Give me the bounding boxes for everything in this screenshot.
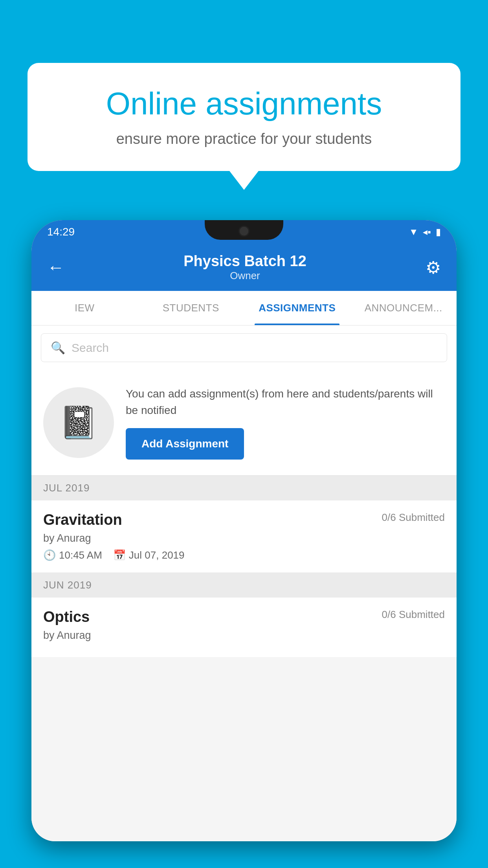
speech-bubble-title: Online assignments: [59, 86, 429, 121]
phone-mockup: 14:29 ▼ ◂▪ ▮ ← Physics Batch 12 Owner ⚙: [31, 220, 457, 841]
assignment-submitted-optics: 0/6 Submitted: [382, 609, 445, 621]
assignment-top-row: Gravitation 0/6 Submitted: [43, 511, 445, 528]
speech-bubble-container: Online assignments ensure more practice …: [28, 63, 460, 171]
speech-bubble: Online assignments ensure more practice …: [28, 63, 460, 171]
signal-icon: ◂▪: [423, 226, 431, 237]
back-button[interactable]: ←: [47, 257, 64, 277]
assignment-date-gravitation: 📅 Jul 07, 2019: [113, 549, 185, 561]
assignment-author-optics: by Anurag: [43, 629, 445, 642]
header-title-block: Physics Batch 12 Owner: [183, 253, 306, 282]
screen-content: 🔍 Search 📓 You can add assignment(s) fro…: [31, 326, 457, 841]
add-assignment-description: You can add assignment(s) from here and …: [126, 386, 445, 419]
assignment-item-optics[interactable]: Optics 0/6 Submitted by Anurag: [31, 598, 457, 658]
tabs-bar: IEW STUDENTS ASSIGNMENTS ANNOUNCEM...: [31, 291, 457, 326]
assignment-author-gravitation: by Anurag: [43, 532, 445, 544]
phone-screen: 14:29 ▼ ◂▪ ▮ ← Physics Batch 12 Owner ⚙: [31, 220, 457, 841]
assignment-title-optics: Optics: [43, 609, 90, 625]
search-placeholder: Search: [72, 341, 109, 355]
app-header: ← Physics Batch 12 Owner ⚙: [31, 244, 457, 291]
wifi-icon: ▼: [409, 226, 418, 237]
section-header-jun: JUN 2019: [31, 573, 457, 598]
search-container: 🔍 Search: [31, 326, 457, 370]
phone-camera: [238, 226, 250, 237]
section-header-jul: JUL 2019: [31, 476, 457, 500]
settings-icon[interactable]: ⚙: [426, 257, 441, 278]
assignment-icon-circle: 📓: [43, 387, 114, 458]
assignment-meta-gravitation: 🕙 10:45 AM 📅 Jul 07, 2019: [43, 549, 445, 561]
search-bar[interactable]: 🔍 Search: [41, 333, 447, 362]
assignment-title-gravitation: Gravitation: [43, 511, 122, 528]
phone-wrapper: 14:29 ▼ ◂▪ ▮ ← Physics Batch 12 Owner ⚙: [31, 220, 457, 868]
assignment-time-gravitation: 🕙 10:45 AM: [43, 549, 102, 561]
header-subtitle: Owner: [183, 270, 306, 282]
assignment-submitted-gravitation: 0/6 Submitted: [382, 511, 445, 524]
speech-bubble-subtitle: ensure more practice for your students: [59, 131, 429, 147]
battery-icon: ▮: [436, 226, 441, 237]
add-assignment-button[interactable]: Add Assignment: [126, 428, 244, 460]
tab-iew[interactable]: IEW: [31, 291, 138, 325]
assignment-item-gravitation[interactable]: Gravitation 0/6 Submitted by Anurag 🕙 10…: [31, 500, 457, 573]
status-icons: ▼ ◂▪ ▮: [409, 226, 441, 237]
assignment-top-row-optics: Optics 0/6 Submitted: [43, 609, 445, 625]
add-assignment-card: 📓 You can add assignment(s) from here an…: [31, 370, 457, 476]
tab-assignments[interactable]: ASSIGNMENTS: [244, 291, 350, 325]
status-time: 14:29: [47, 226, 75, 238]
tab-students[interactable]: STUDENTS: [138, 291, 244, 325]
add-assignment-right: You can add assignment(s) from here and …: [126, 386, 445, 460]
tab-announcements[interactable]: ANNOUNCEM...: [350, 291, 457, 325]
calendar-icon: 📅: [113, 549, 126, 561]
clock-icon: 🕙: [43, 549, 56, 561]
phone-notch: [205, 220, 283, 240]
search-icon: 🔍: [51, 341, 65, 355]
notebook-icon: 📓: [59, 404, 98, 441]
header-title: Physics Batch 12: [183, 253, 306, 270]
